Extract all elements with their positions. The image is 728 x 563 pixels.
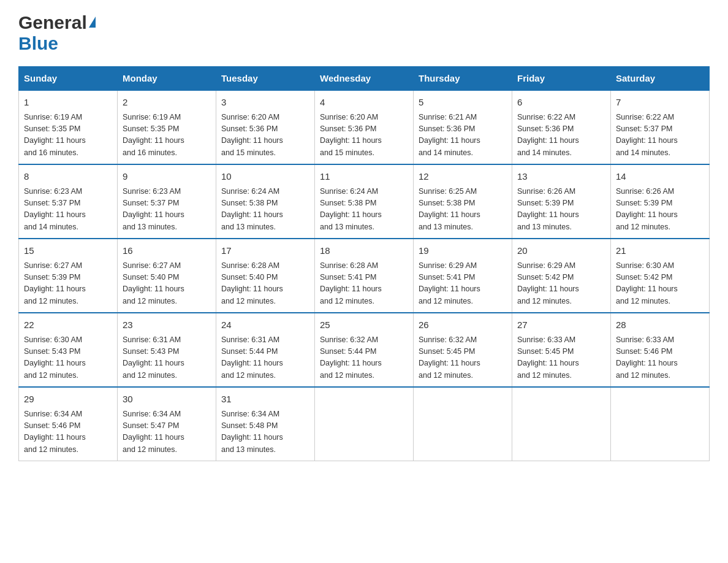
day-info: Sunrise: 6:34 AMSunset: 5:47 PMDaylight:… [123, 408, 211, 456]
day-number: 22 [24, 318, 112, 332]
day-header-saturday: Saturday [611, 67, 710, 91]
day-info: Sunrise: 6:20 AMSunset: 5:36 PMDaylight:… [320, 112, 408, 159]
day-info: Sunrise: 6:22 AMSunset: 5:37 PMDaylight:… [616, 112, 704, 159]
day-header-tuesday: Tuesday [216, 67, 315, 91]
day-number: 20 [517, 244, 605, 258]
calendar-cell: 14Sunrise: 6:26 AMSunset: 5:39 PMDayligh… [611, 164, 710, 239]
day-info: Sunrise: 6:33 AMSunset: 5:45 PMDaylight:… [517, 334, 605, 382]
calendar-cell: 22Sunrise: 6:30 AMSunset: 5:43 PMDayligh… [19, 313, 118, 387]
week-row-4: 22Sunrise: 6:30 AMSunset: 5:43 PMDayligh… [19, 313, 710, 387]
logo-general-text: General [18, 12, 87, 33]
calendar-cell: 27Sunrise: 6:33 AMSunset: 5:45 PMDayligh… [512, 313, 611, 387]
day-info: Sunrise: 6:24 AMSunset: 5:38 PMDaylight:… [221, 186, 309, 234]
calendar-cell: 18Sunrise: 6:28 AMSunset: 5:41 PMDayligh… [315, 239, 414, 313]
day-info: Sunrise: 6:28 AMSunset: 5:41 PMDaylight:… [320, 260, 408, 308]
calendar-cell: 7Sunrise: 6:22 AMSunset: 5:37 PMDaylight… [611, 90, 710, 164]
day-info: Sunrise: 6:21 AMSunset: 5:36 PMDaylight:… [419, 112, 507, 159]
day-info: Sunrise: 6:30 AMSunset: 5:42 PMDaylight:… [616, 260, 704, 308]
day-number: 28 [616, 318, 704, 332]
day-info: Sunrise: 6:32 AMSunset: 5:44 PMDaylight:… [320, 334, 408, 382]
day-number: 17 [221, 244, 309, 258]
calendar-cell: 9Sunrise: 6:23 AMSunset: 5:37 PMDaylight… [118, 164, 216, 239]
calendar-cell: 12Sunrise: 6:25 AMSunset: 5:38 PMDayligh… [414, 164, 512, 239]
day-info: Sunrise: 6:25 AMSunset: 5:38 PMDaylight:… [419, 186, 507, 234]
day-number: 30 [123, 393, 211, 407]
calendar-cell [414, 387, 512, 461]
calendar-cell: 3Sunrise: 6:20 AMSunset: 5:36 PMDaylight… [216, 90, 315, 164]
week-row-3: 15Sunrise: 6:27 AMSunset: 5:39 PMDayligh… [19, 239, 710, 313]
calendar-cell: 30Sunrise: 6:34 AMSunset: 5:47 PMDayligh… [118, 387, 216, 461]
day-info: Sunrise: 6:30 AMSunset: 5:43 PMDaylight:… [24, 334, 112, 382]
calendar-cell: 13Sunrise: 6:26 AMSunset: 5:39 PMDayligh… [512, 164, 611, 239]
day-number: 25 [320, 318, 408, 332]
day-header-sunday: Sunday [19, 67, 118, 91]
day-number: 1 [24, 96, 112, 110]
day-info: Sunrise: 6:31 AMSunset: 5:44 PMDaylight:… [221, 334, 309, 382]
day-number: 3 [221, 96, 309, 110]
week-row-2: 8Sunrise: 6:23 AMSunset: 5:37 PMDaylight… [19, 164, 710, 239]
day-info: Sunrise: 6:22 AMSunset: 5:36 PMDaylight:… [517, 112, 605, 159]
day-number: 7 [616, 96, 704, 110]
day-info: Sunrise: 6:24 AMSunset: 5:38 PMDaylight:… [320, 186, 408, 234]
day-number: 5 [419, 96, 507, 110]
day-number: 14 [616, 170, 704, 184]
calendar-cell: 26Sunrise: 6:32 AMSunset: 5:45 PMDayligh… [414, 313, 512, 387]
day-number: 8 [24, 170, 112, 184]
calendar-cell: 15Sunrise: 6:27 AMSunset: 5:39 PMDayligh… [19, 239, 118, 313]
day-number: 11 [320, 170, 408, 184]
logo-blue-text: Blue [18, 33, 58, 53]
day-number: 29 [24, 393, 112, 407]
calendar-cell: 24Sunrise: 6:31 AMSunset: 5:44 PMDayligh… [216, 313, 315, 387]
day-info: Sunrise: 6:32 AMSunset: 5:45 PMDaylight:… [419, 334, 507, 382]
day-number: 21 [616, 244, 704, 258]
day-info: Sunrise: 6:23 AMSunset: 5:37 PMDaylight:… [123, 186, 211, 234]
day-info: Sunrise: 6:34 AMSunset: 5:48 PMDaylight:… [221, 408, 309, 456]
calendar-cell [512, 387, 611, 461]
week-row-1: 1Sunrise: 6:19 AMSunset: 5:35 PMDaylight… [19, 90, 710, 164]
day-info: Sunrise: 6:23 AMSunset: 5:37 PMDaylight:… [24, 186, 112, 234]
day-info: Sunrise: 6:27 AMSunset: 5:39 PMDaylight:… [24, 260, 112, 308]
day-number: 4 [320, 96, 408, 110]
calendar-cell: 28Sunrise: 6:33 AMSunset: 5:46 PMDayligh… [611, 313, 710, 387]
page-header: General Blue [18, 12, 710, 54]
logo-triangle-icon [89, 17, 96, 28]
day-number: 26 [419, 318, 507, 332]
day-header-friday: Friday [512, 67, 611, 91]
calendar-cell: 10Sunrise: 6:24 AMSunset: 5:38 PMDayligh… [216, 164, 315, 239]
calendar-cell: 23Sunrise: 6:31 AMSunset: 5:43 PMDayligh… [118, 313, 216, 387]
days-header-row: SundayMondayTuesdayWednesdayThursdayFrid… [19, 67, 710, 91]
day-number: 9 [123, 170, 211, 184]
day-number: 23 [123, 318, 211, 332]
day-info: Sunrise: 6:26 AMSunset: 5:39 PMDaylight:… [616, 186, 704, 234]
calendar-table: SundayMondayTuesdayWednesdayThursdayFrid… [18, 66, 710, 461]
calendar-cell [611, 387, 710, 461]
day-info: Sunrise: 6:20 AMSunset: 5:36 PMDaylight:… [221, 112, 309, 159]
day-number: 19 [419, 244, 507, 258]
day-info: Sunrise: 6:33 AMSunset: 5:46 PMDaylight:… [616, 334, 704, 382]
day-number: 24 [221, 318, 309, 332]
calendar-cell [315, 387, 414, 461]
day-header-monday: Monday [118, 67, 216, 91]
calendar-cell: 16Sunrise: 6:27 AMSunset: 5:40 PMDayligh… [118, 239, 216, 313]
day-info: Sunrise: 6:27 AMSunset: 5:40 PMDaylight:… [123, 260, 211, 308]
calendar-cell: 31Sunrise: 6:34 AMSunset: 5:48 PMDayligh… [216, 387, 315, 461]
day-number: 13 [517, 170, 605, 184]
day-number: 31 [221, 393, 309, 407]
calendar-cell: 4Sunrise: 6:20 AMSunset: 5:36 PMDaylight… [315, 90, 414, 164]
day-info: Sunrise: 6:31 AMSunset: 5:43 PMDaylight:… [123, 334, 211, 382]
day-info: Sunrise: 6:19 AMSunset: 5:35 PMDaylight:… [24, 112, 112, 159]
logo: General Blue [18, 12, 96, 54]
calendar-cell: 2Sunrise: 6:19 AMSunset: 5:35 PMDaylight… [118, 90, 216, 164]
calendar-cell: 11Sunrise: 6:24 AMSunset: 5:38 PMDayligh… [315, 164, 414, 239]
day-header-thursday: Thursday [414, 67, 512, 91]
calendar-cell: 25Sunrise: 6:32 AMSunset: 5:44 PMDayligh… [315, 313, 414, 387]
calendar-cell: 20Sunrise: 6:29 AMSunset: 5:42 PMDayligh… [512, 239, 611, 313]
calendar-cell: 21Sunrise: 6:30 AMSunset: 5:42 PMDayligh… [611, 239, 710, 313]
day-info: Sunrise: 6:26 AMSunset: 5:39 PMDaylight:… [517, 186, 605, 234]
day-number: 15 [24, 244, 112, 258]
day-number: 12 [419, 170, 507, 184]
day-number: 27 [517, 318, 605, 332]
calendar-cell: 6Sunrise: 6:22 AMSunset: 5:36 PMDaylight… [512, 90, 611, 164]
day-number: 6 [517, 96, 605, 110]
day-info: Sunrise: 6:19 AMSunset: 5:35 PMDaylight:… [123, 112, 211, 159]
